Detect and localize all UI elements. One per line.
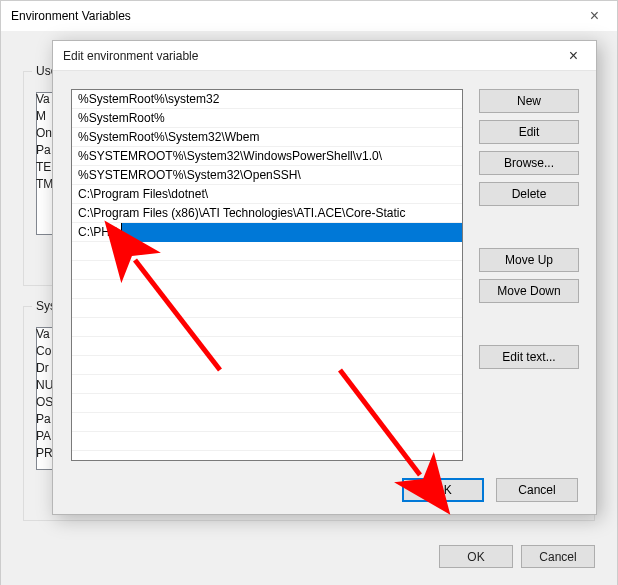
list-item: Pa	[36, 412, 53, 426]
front-body: %SystemRoot%\system32%SystemRoot%%System…	[53, 71, 596, 516]
empty-row	[72, 432, 462, 451]
move-up-button[interactable]: Move Up	[479, 248, 579, 272]
back-titlebar: Environment Variables ×	[1, 1, 617, 31]
delete-button[interactable]: Delete	[479, 182, 579, 206]
list-item: Va	[36, 92, 53, 106]
empty-row	[72, 299, 462, 318]
edit-env-var-dialog: Edit environment variable × %SystemRoot%…	[52, 40, 597, 515]
selection-highlight	[122, 223, 462, 242]
empty-row	[72, 318, 462, 337]
cancel-button[interactable]: Cancel	[496, 478, 578, 502]
list-item: Dr	[36, 361, 53, 375]
path-entry[interactable]: %SYSTEMROOT%\System32\OpenSSH\	[72, 166, 462, 185]
empty-row	[72, 394, 462, 413]
close-icon[interactable]: ×	[582, 5, 607, 27]
side-buttons: New Edit Browse... Delete Move Up Move D…	[479, 89, 579, 369]
browse-button[interactable]: Browse...	[479, 151, 579, 175]
front-title: Edit environment variable	[63, 49, 198, 63]
list-item: PR	[36, 446, 53, 460]
list-item: Co	[36, 344, 53, 358]
front-dialog-buttons: OK Cancel	[402, 478, 578, 502]
move-down-button[interactable]: Move Down	[479, 279, 579, 303]
path-entry[interactable]: %SystemRoot%\system32	[72, 90, 462, 109]
path-entry[interactable]: C:\Program Files (x86)\ATI Technologies\…	[72, 204, 462, 223]
empty-row	[72, 356, 462, 375]
list-item: Va	[36, 327, 53, 341]
empty-row	[72, 242, 462, 261]
list-item: TE	[36, 160, 53, 174]
front-titlebar: Edit environment variable ×	[53, 41, 596, 71]
path-edit-input[interactable]	[72, 223, 122, 241]
list-item: Pa	[36, 143, 53, 157]
path-entry[interactable]: %SystemRoot%	[72, 109, 462, 128]
path-entry[interactable]: %SystemRoot%\System32\Wbem	[72, 128, 462, 147]
ok-button[interactable]: OK	[439, 545, 513, 568]
list-item: M	[36, 109, 53, 123]
empty-row	[72, 280, 462, 299]
path-entry-editing[interactable]	[72, 223, 462, 242]
path-entry[interactable]: %SYSTEMROOT%\System32\WindowsPowerShell\…	[72, 147, 462, 166]
sys-rows: VaCoDrNUOSPaPAPR	[36, 327, 53, 460]
path-entries-list[interactable]: %SystemRoot%\system32%SystemRoot%%System…	[71, 89, 463, 461]
empty-row	[72, 261, 462, 280]
list-item: TM	[36, 177, 53, 191]
empty-row	[72, 413, 462, 432]
cancel-button[interactable]: Cancel	[521, 545, 595, 568]
close-icon[interactable]: ×	[561, 45, 586, 67]
ok-button[interactable]: OK	[402, 478, 484, 502]
empty-row	[72, 337, 462, 356]
user-rows: VaMOnPaTETM	[36, 92, 53, 191]
back-title: Environment Variables	[11, 9, 131, 23]
list-item: NU	[36, 378, 53, 392]
new-button[interactable]: New	[479, 89, 579, 113]
empty-row	[72, 375, 462, 394]
back-dialog-buttons: OK Cancel	[439, 545, 595, 568]
edit-text-button[interactable]: Edit text...	[479, 345, 579, 369]
path-entry[interactable]: C:\Program Files\dotnet\	[72, 185, 462, 204]
edit-button[interactable]: Edit	[479, 120, 579, 144]
list-item: OS	[36, 395, 53, 409]
list-item: On	[36, 126, 53, 140]
list-item: PA	[36, 429, 53, 443]
